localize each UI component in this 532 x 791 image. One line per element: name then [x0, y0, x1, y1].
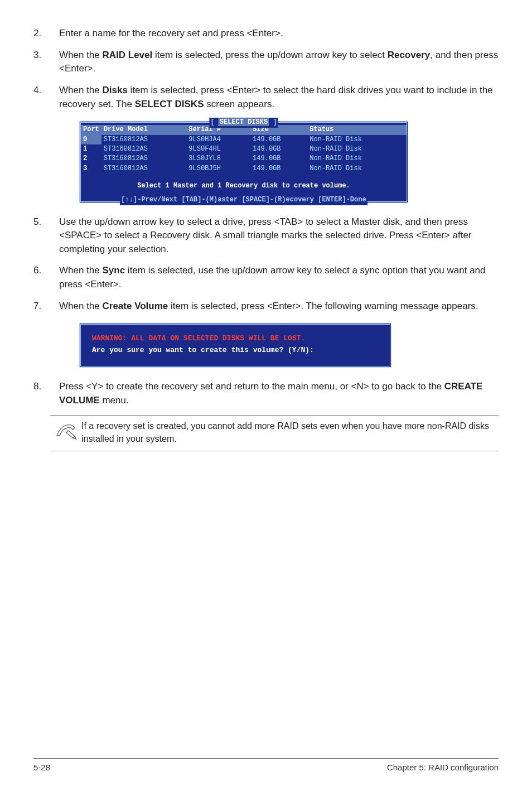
step-number: 3.	[33, 49, 59, 76]
table-row: 0ST3160812AS9LS0HJA4149.0GBNon-RAID Disk	[81, 135, 407, 144]
step-4: 4. When the Disks item is selected, pres…	[33, 84, 499, 111]
steps-list-mid: 5. Use the up/down arrow key to select a…	[33, 215, 499, 313]
page-number: 5-28	[33, 763, 50, 772]
warning-line-2: Are you sure you want to create this vol…	[92, 346, 314, 354]
cell-port: 1	[81, 144, 101, 154]
cell-port: 3	[81, 164, 101, 173]
steps-list-bottom: 8. Press <Y> to create the recovery set …	[33, 380, 499, 407]
step-number: 7.	[33, 300, 59, 313]
cell-size: 149.0GB	[250, 144, 307, 154]
chapter-label: Chapter 5: RAID configuration	[387, 763, 499, 772]
pencil-icon	[50, 420, 81, 440]
col-status: Status	[307, 125, 407, 134]
step-8: 8. Press <Y> to create the recovery set …	[33, 380, 499, 407]
step-text: When the RAID Level item is selected, pr…	[59, 49, 499, 76]
step-text: When the Sync item is selected, use the …	[59, 264, 499, 291]
cell-port: 0	[81, 135, 101, 144]
cell-size: 149.0GB	[250, 154, 307, 163]
cell-status: Non-RAID Disk	[307, 154, 407, 163]
warning-panel: WARNING: ALL DATA ON SELECTED DISKS WILL…	[79, 323, 499, 368]
warning-line-1: WARNING: ALL DATA ON SELECTED DISKS WILL…	[92, 334, 379, 344]
cell-model: ST3160812AS	[101, 144, 187, 154]
step-3: 3. When the RAID Level item is selected,…	[33, 49, 499, 76]
note-box: If a recovery set is created, you cannot…	[50, 415, 499, 451]
col-port: Port	[81, 125, 101, 134]
disks-table: Port Drive Model Serial # Size Status 0S…	[81, 125, 407, 173]
step-text: Press <Y> to create the recovery set and…	[59, 380, 499, 407]
table-row: 2ST3160812AS3LS0JYL8149.0GBNon-RAID Disk	[81, 154, 407, 163]
col-model: Drive Model	[101, 125, 187, 134]
cell-size: 149.0GB	[250, 135, 307, 144]
cell-size: 149.0GB	[250, 164, 307, 173]
cell-model: ST3160812AS	[101, 154, 187, 163]
cell-model: ST3160812AS	[101, 135, 187, 144]
step-5: 5. Use the up/down arrow key to select a…	[33, 215, 499, 257]
terminal-title: [ SELECT DISKS ]	[209, 118, 278, 127]
note-text: If a recovery set is created, you cannot…	[81, 420, 499, 445]
table-row: 1ST3160812AS9LS0F4HL149.0GBNon-RAID Disk	[81, 144, 407, 154]
cell-serial: 3LS0JYL8	[186, 154, 250, 163]
step-text: When the Create Volume item is selected,…	[59, 300, 499, 313]
terminal-message: Select 1 Master and 1 Recovery disk to c…	[81, 173, 407, 197]
step-number: 8.	[33, 380, 59, 407]
step-2: 2. Enter a name for the recovery set and…	[33, 27, 499, 41]
cell-port: 2	[81, 154, 101, 163]
step-number: 4.	[33, 84, 59, 111]
cell-status: Non-RAID Disk	[307, 135, 407, 144]
step-number: 5.	[33, 215, 59, 257]
step-6: 6. When the Sync item is selected, use t…	[33, 264, 499, 291]
step-text: When the Disks item is selected, press <…	[59, 84, 499, 111]
cell-serial: 9LS0BJ5H	[186, 164, 250, 173]
cell-status: Non-RAID Disk	[307, 164, 407, 173]
table-row: 3ST3160812AS9LS0BJ5H149.0GBNon-RAID Disk	[81, 164, 407, 173]
step-7: 7. When the Create Volume item is select…	[33, 300, 499, 313]
step-number: 6.	[33, 264, 59, 291]
step-text: Enter a name for the recovery set and pr…	[59, 27, 499, 41]
cell-status: Non-RAID Disk	[307, 144, 407, 154]
terminal-footer: [↑↓]-Prev/Next [TAB]-(M)aster [SPACE]-(R…	[85, 195, 402, 205]
select-disks-panel: [ SELECT DISKS ] Port Drive Model Serial…	[79, 121, 499, 202]
step-number: 2.	[33, 27, 59, 41]
steps-list-top: 2. Enter a name for the recovery set and…	[33, 27, 499, 111]
page-footer: 5-28 Chapter 5: RAID configuration	[33, 763, 499, 772]
footer-divider	[33, 758, 499, 759]
cell-model: ST3160812AS	[101, 164, 187, 173]
cell-serial: 9LS0HJA4	[186, 135, 250, 144]
step-text: Use the up/down arrow key to select a dr…	[59, 215, 499, 257]
cell-serial: 9LS0F4HL	[186, 144, 250, 154]
